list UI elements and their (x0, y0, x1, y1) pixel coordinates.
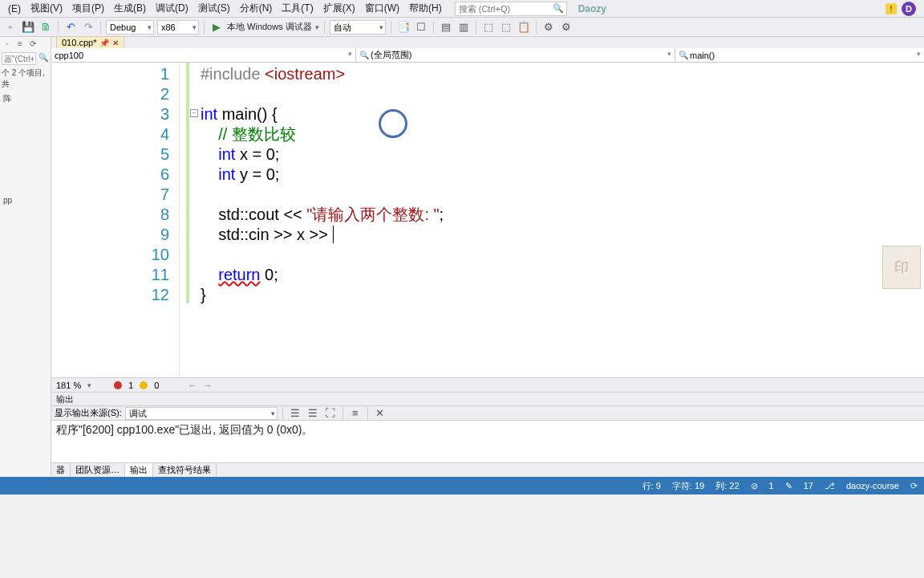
bottom-tabs: 器 团队资源… 输出 查找符号结果 (51, 462, 924, 477)
out-icon-1[interactable]: ☰ (288, 406, 302, 421)
menu-debug[interactable]: 调试(D) (151, 0, 193, 17)
close-icon[interactable]: ✕ (112, 39, 119, 47)
editor-status-strip: 181 % ▾ 1 0 ← → (51, 377, 924, 392)
main-toolbar: ◦ 💾 🗎 ↶ ↷ Debug x86 ▶ 本地 Windows 调试器 ▾ 自… (0, 18, 924, 37)
output-text[interactable]: 程序"[6200] cpp100.exe"已退出, 返回值为 0 (0x0)。 (51, 421, 924, 462)
nav-member[interactable]: 🔍 main() (675, 48, 924, 62)
sync-icon[interactable]: ⟳ (910, 481, 918, 491)
out-clear-icon[interactable]: ✕ (373, 406, 387, 421)
btab-output[interactable]: 输出 (125, 463, 153, 477)
menu-help[interactable]: 帮助(H) (404, 0, 447, 17)
pencil-icon[interactable]: ✎ (785, 481, 792, 491)
btab-1[interactable]: 团队资源… (71, 463, 125, 477)
tb-icon-6[interactable]: ⬚ (499, 20, 513, 35)
menu-build[interactable]: 生成(B) (109, 0, 151, 17)
solution-item[interactable]: 阵 (2, 92, 49, 106)
nav-fwd-icon[interactable]: → (203, 381, 212, 390)
menu-file[interactable]: (E) (3, 2, 26, 16)
platform-dropdown[interactable]: x86 (157, 20, 199, 35)
editor-tabs: 010.cpp* 📌 ✕ (51, 37, 924, 48)
btab-3[interactable]: 查找符号结果 (153, 463, 217, 477)
output-toolbar: 显示输出来源(S): 调试 ☰ ☰ ⛶ ≡ ✕ (51, 406, 924, 421)
tb-icon-9[interactable]: ⚙ (559, 20, 573, 35)
warn-dot-icon[interactable] (140, 381, 148, 389)
auto-dropdown[interactable]: 自动 (330, 20, 386, 35)
tb-icon-3[interactable]: ▤ (439, 20, 453, 35)
error-count: 1 (128, 381, 133, 390)
zoom-level[interactable]: 181 % (56, 381, 81, 390)
error-icon[interactable]: ⊘ (751, 481, 758, 491)
warn-count: 0 (154, 381, 159, 390)
output-panel-title: 输出 (51, 392, 924, 406)
btab-0[interactable]: 器 (51, 463, 71, 477)
file-tab-active[interactable]: 010.cpp* 📌 ✕ (56, 36, 124, 48)
menu-tools[interactable]: 工具(T) (277, 0, 318, 17)
menu-project[interactable]: 项目(P) (67, 0, 109, 17)
error-dot-icon[interactable] (114, 381, 122, 389)
notification-icon[interactable]: ! (886, 3, 897, 14)
back-icon[interactable]: ◦ (3, 20, 18, 35)
save-icon[interactable]: 💾 (21, 20, 35, 35)
status-errors: 1 (769, 481, 774, 490)
nav-back-icon[interactable]: ← (188, 381, 197, 390)
search-icon: 🔍 (359, 51, 369, 59)
status-char: 字符: 19 (672, 480, 704, 492)
debugger-label[interactable]: 本地 Windows 调试器 (227, 21, 312, 33)
status-line: 行: 9 (642, 480, 661, 492)
global-search-input[interactable] (455, 2, 567, 16)
save-all-icon[interactable]: 🗎 (38, 20, 53, 35)
output-source-label: 显示输出来源(S): (55, 407, 122, 419)
line-numbers: 123456789101112 (51, 63, 180, 377)
nav-project[interactable]: cpp100 (51, 48, 356, 62)
menu-analyze[interactable]: 分析(N) (235, 0, 278, 17)
tb-icon-4[interactable]: ▥ (456, 20, 471, 35)
pin-icon[interactable]: 📌 (99, 39, 109, 47)
tab-label: 010.cpp* (62, 38, 96, 47)
play-icon[interactable]: ▶ (209, 20, 224, 35)
nav-scope[interactable]: 🔍 (全局范围) (356, 48, 675, 62)
code-nav-bar: cpp100 🔍 (全局范围) 🔍 main() (51, 48, 924, 63)
undo-icon[interactable]: ↶ (63, 20, 78, 35)
redo-icon[interactable]: ↷ (81, 20, 95, 35)
solution-explorer: ◦ ≡ ⟳ 🔍 个 2 个项目, 共 阵 pp (0, 37, 51, 477)
status-bar: 行: 9 字符: 19 列: 22 ⊘ 1 ✎ 17 ⎇ daozy-cours… (0, 477, 924, 495)
status-warnings: 17 (804, 481, 813, 490)
status-repo[interactable]: daozy-course (846, 481, 899, 490)
side-icon-1[interactable]: ◦ (2, 39, 13, 51)
tb-icon-2[interactable]: ☐ (414, 20, 428, 35)
solution-item[interactable]: pp (2, 194, 49, 206)
menu-test[interactable]: 测试(S) (193, 0, 235, 17)
menu-window[interactable]: 窗口(W) (360, 0, 404, 17)
tb-icon-8[interactable]: ⚙ (541, 20, 556, 35)
side-icon-3[interactable]: ⟳ (27, 39, 38, 51)
out-icon-3[interactable]: ⛶ (323, 406, 338, 421)
menu-extensions[interactable]: 扩展(X) (318, 0, 360, 17)
search-icon: 🔍 (679, 51, 688, 59)
brand-label: Daozy (578, 3, 606, 14)
user-avatar[interactable]: D (902, 2, 916, 16)
branch-icon[interactable]: ⎇ (825, 481, 835, 491)
status-col: 列: 22 (715, 480, 739, 492)
search-icon[interactable]: 🔍 (38, 53, 49, 64)
solution-summary: 个 2 个项目, 共 (2, 66, 49, 92)
code-content[interactable]: #include <iostream> int main() { // 整数比较… (201, 63, 924, 377)
out-icon-2[interactable]: ☰ (306, 406, 320, 421)
output-line: 程序"[6200] cpp100.exe"已退出, 返回值为 0 (0x0)。 (56, 422, 919, 437)
menu-bar: (E) 视图(V) 项目(P) 生成(B) 调试(D) 测试(S) 分析(N) … (0, 0, 924, 18)
config-dropdown[interactable]: Debug (106, 20, 154, 35)
tb-icon-7[interactable]: 📋 (517, 20, 531, 35)
solution-search-input[interactable] (2, 52, 36, 65)
out-icon-4[interactable]: ≡ (348, 406, 363, 421)
menu-view[interactable]: 视图(V) (26, 0, 67, 17)
code-editor[interactable]: 123456789101112 − #include <iostream> in… (51, 63, 924, 377)
tb-icon-5[interactable]: ⬚ (481, 20, 496, 35)
output-source-dropdown[interactable]: 调试 (125, 407, 278, 420)
watermark-stamp: 印 (882, 246, 921, 289)
side-icon-2[interactable]: ≡ (14, 39, 26, 51)
tb-icon-1[interactable]: 📑 (396, 20, 411, 35)
